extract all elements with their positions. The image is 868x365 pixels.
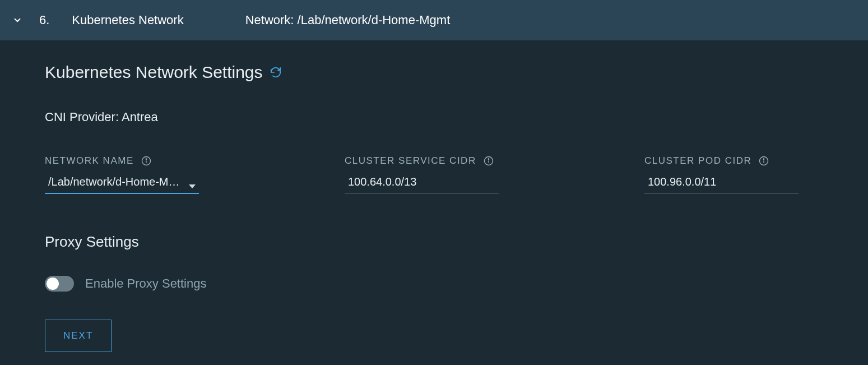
info-icon[interactable] xyxy=(141,155,152,167)
cluster-pod-cidr-label-row: CLUSTER POD CIDR xyxy=(644,155,799,167)
cluster-service-cidr-input[interactable] xyxy=(345,173,499,193)
cluster-service-cidr-label: CLUSTER SERVICE CIDR xyxy=(345,155,476,167)
cni-provider-label: CNI Provider: xyxy=(45,110,119,124)
network-name-value[interactable] xyxy=(45,173,199,194)
page-title-row: Kubernetes Network Settings xyxy=(45,63,868,82)
network-name-label: NETWORK NAME xyxy=(45,155,134,167)
svg-point-5 xyxy=(488,159,489,159)
step-summary: Network: /Lab/network/d-Home-Mgmt xyxy=(245,13,451,27)
network-name-field: NETWORK NAME xyxy=(45,155,199,194)
enable-proxy-toggle[interactable] xyxy=(45,276,74,292)
proxy-toggle-row: Enable Proxy Settings xyxy=(45,276,868,292)
form-row: NETWORK NAME CLUSTER SERVICE CIDR xyxy=(45,155,868,194)
step-title: Kubernetes Network xyxy=(72,13,183,27)
wizard-step-header: 6. Kubernetes Network Network: /Lab/netw… xyxy=(0,0,868,40)
svg-point-8 xyxy=(764,159,764,159)
cluster-pod-cidr-label: CLUSTER POD CIDR xyxy=(644,155,751,167)
next-button[interactable]: NEXT xyxy=(45,320,112,352)
cluster-service-cidr-label-row: CLUSTER SERVICE CIDR xyxy=(345,155,499,167)
info-icon[interactable] xyxy=(758,155,769,167)
cluster-service-cidr-field: CLUSTER SERVICE CIDR xyxy=(345,155,499,194)
page-content: Kubernetes Network Settings CNI Provider… xyxy=(0,40,868,352)
network-name-label-row: NETWORK NAME xyxy=(45,155,199,167)
page-title: Kubernetes Network Settings xyxy=(45,63,263,82)
cni-provider-value: Antrea xyxy=(122,110,158,124)
step-number: 6. xyxy=(39,13,49,27)
network-name-select[interactable] xyxy=(45,173,199,194)
cluster-pod-cidr-input[interactable] xyxy=(644,173,799,193)
cluster-pod-cidr-field: CLUSTER POD CIDR xyxy=(644,155,799,194)
chevron-down-icon[interactable] xyxy=(12,15,22,25)
refresh-icon[interactable] xyxy=(270,66,282,78)
proxy-settings-title: Proxy Settings xyxy=(45,233,868,251)
cni-provider-row: CNI Provider: Antrea xyxy=(45,110,868,124)
info-icon[interactable] xyxy=(483,155,494,167)
enable-proxy-label: Enable Proxy Settings xyxy=(85,276,206,291)
toggle-knob xyxy=(47,278,59,290)
svg-point-2 xyxy=(146,159,146,159)
